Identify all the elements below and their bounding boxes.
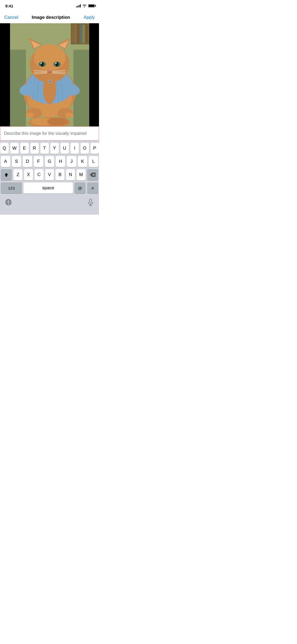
key-t[interactable]: T — [40, 143, 49, 154]
cat-image — [10, 23, 89, 126]
key-d[interactable]: D — [23, 156, 32, 167]
keyboard-bottom-row — [1, 196, 98, 208]
key-l[interactable]: L — [89, 156, 98, 167]
key-c[interactable]: C — [35, 169, 44, 180]
microphone-icon[interactable] — [85, 197, 96, 208]
key-z[interactable]: Z — [13, 169, 22, 180]
svg-point-27 — [34, 44, 65, 71]
svg-point-33 — [55, 62, 57, 64]
home-indicator — [0, 209, 99, 215]
key-g[interactable]: G — [45, 156, 54, 167]
svg-rect-47 — [82, 25, 85, 43]
text-input-container[interactable] — [0, 126, 99, 141]
key-m[interactable]: M — [77, 169, 86, 180]
key-e[interactable]: E — [20, 143, 29, 154]
wifi-icon — [82, 4, 87, 7]
svg-rect-45 — [77, 25, 79, 43]
shift-key[interactable] — [1, 169, 12, 180]
cancel-button[interactable]: Cancel — [4, 15, 18, 20]
svg-point-16 — [26, 113, 34, 118]
key-p[interactable]: P — [91, 143, 99, 154]
keyboard-row-4: 123 space @ # — [1, 182, 98, 194]
svg-point-18 — [65, 113, 73, 118]
key-x[interactable]: X — [24, 169, 33, 180]
key-o[interactable]: O — [81, 143, 89, 154]
key-i[interactable]: I — [70, 143, 79, 154]
key-w[interactable]: W — [10, 143, 19, 154]
key-v[interactable]: V — [45, 169, 54, 180]
key-h[interactable]: H — [56, 156, 65, 167]
key-j[interactable]: J — [67, 156, 76, 167]
key-n[interactable]: N — [66, 169, 75, 180]
status-icons — [76, 4, 95, 7]
space-key[interactable]: space — [23, 182, 73, 194]
svg-point-41 — [48, 80, 51, 83]
status-bar: 9:41 — [0, 0, 99, 12]
key-y[interactable]: Y — [50, 143, 59, 154]
image-container — [0, 23, 99, 126]
key-f[interactable]: F — [34, 156, 43, 167]
page-title: Image description — [32, 15, 70, 20]
at-key[interactable]: @ — [74, 182, 86, 194]
signal-icon — [76, 4, 81, 7]
status-time: 9:41 — [5, 4, 13, 8]
key-r[interactable]: R — [30, 143, 39, 154]
numbers-key[interactable]: 123 — [1, 182, 22, 194]
keyboard-row-3: Z X C V B N M — [1, 169, 98, 180]
svg-rect-56 — [89, 199, 92, 203]
nav-bar: Cancel Image description Apply — [0, 12, 99, 23]
globe-icon[interactable] — [3, 197, 14, 208]
key-q[interactable]: Q — [0, 143, 9, 154]
svg-rect-44 — [75, 25, 76, 43]
key-u[interactable]: U — [60, 143, 69, 154]
apply-button[interactable]: Apply — [83, 15, 95, 20]
key-a[interactable]: A — [1, 156, 10, 167]
delete-key[interactable] — [87, 169, 98, 180]
keyboard-row-1: Q W E R T Y U I O P — [1, 143, 98, 154]
key-b[interactable]: B — [55, 169, 64, 180]
svg-rect-43 — [72, 25, 74, 43]
keyboard: Q W E R T Y U I O P A S D F G H J K L Z … — [0, 141, 99, 209]
description-input[interactable] — [4, 131, 95, 136]
keyboard-row-2: A S D F G H J K L — [1, 156, 98, 167]
hash-key[interactable]: # — [87, 182, 98, 194]
key-k[interactable]: K — [78, 156, 87, 167]
svg-point-32 — [40, 62, 42, 64]
svg-point-21 — [47, 118, 68, 126]
key-s[interactable]: S — [12, 156, 21, 167]
svg-rect-48 — [85, 25, 88, 43]
battery-icon — [88, 4, 95, 7]
svg-rect-46 — [80, 25, 82, 43]
